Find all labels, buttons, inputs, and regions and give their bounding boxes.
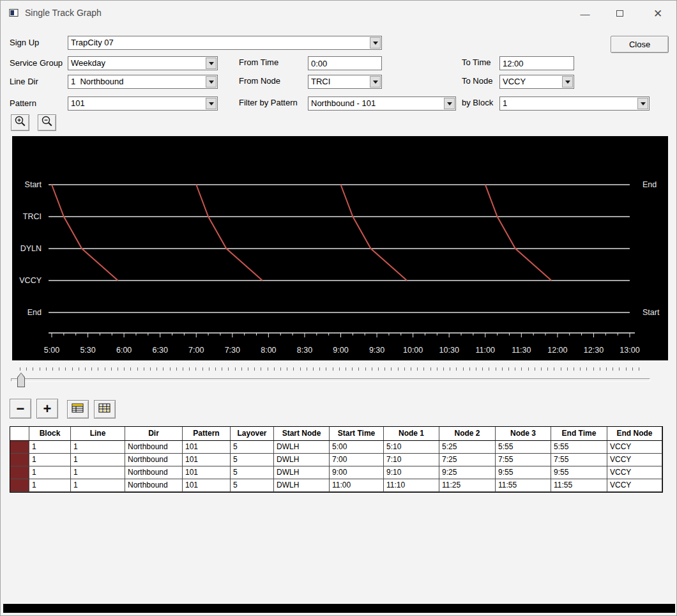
grid-icon xyxy=(98,403,111,416)
trip-line xyxy=(485,185,552,281)
to-node-value: VCCY xyxy=(503,77,561,86)
sign-up-value: TrapCity 07 xyxy=(71,38,369,47)
x-axis-tick-label: 9:00 xyxy=(333,346,348,355)
x-axis-tick-label: 13:00 xyxy=(620,346,639,355)
table-row[interactable]: 11Northbound1015DWLH11:0011:1011:2511:55… xyxy=(10,479,662,492)
chevron-down-icon[interactable] xyxy=(370,37,381,49)
add-trip-button[interactable]: + xyxy=(36,399,58,419)
column-header-line[interactable]: Line xyxy=(71,427,125,441)
table-view-button[interactable] xyxy=(67,400,89,419)
column-header-start-node[interactable]: Start Node xyxy=(274,427,330,441)
row-marker[interactable] xyxy=(10,479,29,492)
zoom-in-button[interactable] xyxy=(11,114,29,131)
chevron-down-icon[interactable] xyxy=(206,76,217,88)
table-cell: 7:25 xyxy=(439,454,496,466)
sign-up-combo[interactable]: TrapCity 07 xyxy=(68,36,382,50)
table-cell: 101 xyxy=(183,454,231,466)
station-label-right: End xyxy=(643,180,657,189)
column-header-end-time[interactable]: End Time xyxy=(551,427,607,441)
x-axis-tick-label: 12:30 xyxy=(584,346,604,355)
from-node-combo[interactable]: TRCI xyxy=(308,75,382,89)
x-axis-tick-label: 7:00 xyxy=(188,346,204,355)
station-label-left: End xyxy=(27,308,42,317)
table-row[interactable]: 11Northbound1015DWLH7:007:107:257:557:55… xyxy=(10,454,662,466)
chevron-down-icon[interactable] xyxy=(637,98,648,109)
time-slider-thumb[interactable] xyxy=(17,373,25,387)
column-header-pattern[interactable]: Pattern xyxy=(183,427,231,441)
table-cell: Northbound xyxy=(125,479,183,492)
column-header-start-time[interactable]: Start Time xyxy=(330,427,384,441)
table-cell: 1 xyxy=(29,454,71,466)
to-time-input[interactable] xyxy=(499,56,574,70)
by-block-combo[interactable]: 1 xyxy=(499,96,650,111)
table-cell: 9:55 xyxy=(496,466,551,479)
close-window-button[interactable]: ✕ xyxy=(647,4,669,22)
column-header-selector[interactable] xyxy=(10,427,29,441)
row-marker[interactable] xyxy=(10,466,29,479)
table-cell: 9:10 xyxy=(384,466,439,479)
by-block-value: 1 xyxy=(503,98,636,108)
x-axis-tick-label: 9:30 xyxy=(369,346,384,355)
close-icon: ✕ xyxy=(653,7,662,20)
chevron-down-icon[interactable] xyxy=(444,98,455,109)
time-slider-track[interactable] xyxy=(11,378,650,381)
trip-line xyxy=(52,185,118,281)
column-header-node-1[interactable]: Node 1 xyxy=(384,427,439,441)
service-group-combo[interactable]: Weekday xyxy=(68,56,218,70)
x-axis-tick-label: 11:30 xyxy=(512,346,531,355)
table-cell: 101 xyxy=(183,466,231,479)
x-axis-tick-label: 11:00 xyxy=(476,346,495,355)
window-title: Single Track Graph xyxy=(25,8,102,18)
table-cell: 11:55 xyxy=(551,479,607,492)
x-axis-tick-label: 6:30 xyxy=(153,346,168,355)
trip-line xyxy=(341,185,407,281)
slider-tick-marks xyxy=(20,367,642,371)
table-cell: Northbound xyxy=(125,441,183,454)
column-header-block[interactable]: Block xyxy=(29,427,71,441)
table-header-row: BlockLineDirPatternLayoverStart NodeStar… xyxy=(10,427,662,441)
table-cell: 5:55 xyxy=(496,441,551,454)
service-group-label: Service Group xyxy=(10,58,63,68)
chevron-down-icon[interactable] xyxy=(562,76,573,88)
table-cell: 5 xyxy=(231,479,274,492)
column-header-layover[interactable]: Layover xyxy=(231,427,274,441)
single-track-graph-window: Single Track Graph — ✕ Sign Up TrapCity … xyxy=(0,0,677,616)
close-button[interactable]: Close xyxy=(611,36,669,53)
chevron-down-icon[interactable] xyxy=(370,76,381,88)
table-body: 11Northbound1015DWLH5:005:105:255:555:55… xyxy=(10,441,662,492)
trips-table: BlockLineDirPatternLayoverStart NodeStar… xyxy=(10,426,663,493)
table-icon xyxy=(72,403,84,416)
column-header-end-node[interactable]: End Node xyxy=(607,427,662,441)
table-cell: 1 xyxy=(71,466,125,479)
maximize-button[interactable] xyxy=(609,4,630,22)
column-header-node-2[interactable]: Node 2 xyxy=(439,427,496,441)
table-row[interactable]: 11Northbound1015DWLH9:009:109:259:559:55… xyxy=(10,466,662,479)
filter-by-pattern-combo[interactable]: Northbound - 101 xyxy=(308,96,456,111)
from-time-input[interactable] xyxy=(308,56,382,70)
line-dir-label: Line Dir xyxy=(10,77,38,86)
chevron-down-icon[interactable] xyxy=(206,98,217,109)
trip-line xyxy=(196,185,262,281)
table-cell: 9:55 xyxy=(551,466,607,479)
table-cell: 5 xyxy=(231,454,274,466)
table-row[interactable]: 11Northbound1015DWLH5:005:105:255:555:55… xyxy=(10,441,662,454)
zoom-out-icon xyxy=(41,115,54,130)
to-node-combo[interactable]: VCCY xyxy=(499,75,574,89)
table-cell: 11:00 xyxy=(330,479,384,492)
x-axis-tick-label: 6:00 xyxy=(116,346,132,355)
remove-trip-button[interactable]: − xyxy=(10,399,31,419)
grid-view-button[interactable] xyxy=(94,400,116,419)
pattern-combo[interactable]: 101 xyxy=(68,96,218,111)
column-header-node-3[interactable]: Node 3 xyxy=(496,427,551,441)
line-dir-combo[interactable]: 1 Northbound xyxy=(68,75,218,89)
table-cell: 9:25 xyxy=(439,466,496,479)
row-marker[interactable] xyxy=(10,454,29,466)
chevron-down-icon[interactable] xyxy=(206,58,217,69)
row-marker[interactable] xyxy=(10,441,29,454)
column-header-dir[interactable]: Dir xyxy=(125,427,183,441)
table-cell: DWLH xyxy=(274,479,330,492)
zoom-out-button[interactable] xyxy=(38,114,56,131)
close-button-label: Close xyxy=(629,40,650,49)
minus-icon: − xyxy=(17,401,25,417)
minimize-button[interactable]: — xyxy=(574,4,596,22)
